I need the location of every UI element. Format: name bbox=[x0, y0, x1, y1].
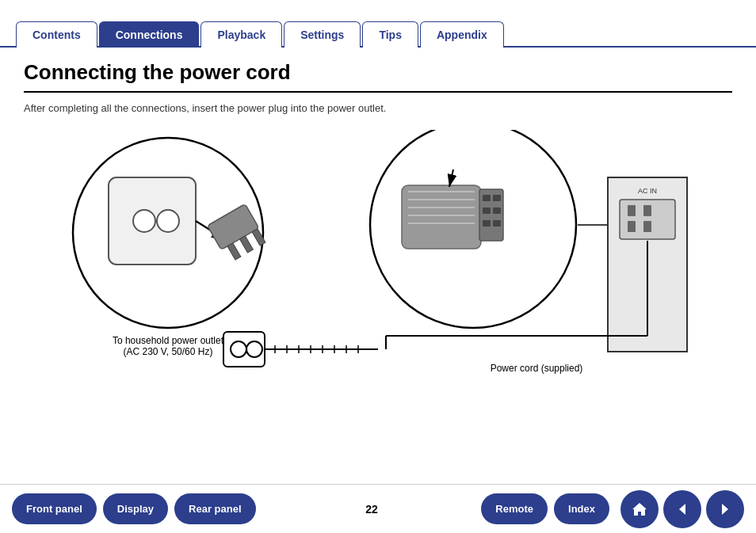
svg-rect-43 bbox=[628, 205, 636, 216]
front-panel-button[interactable]: Front panel bbox=[12, 493, 97, 524]
svg-rect-34 bbox=[493, 207, 501, 214]
remote-button[interactable]: Remote bbox=[481, 493, 548, 524]
main-content: Connecting the power cord After completi… bbox=[0, 48, 756, 391]
svg-text:(AC 230 V, 50/60 Hz): (AC 230 V, 50/60 Hz) bbox=[124, 346, 213, 357]
svg-rect-46 bbox=[643, 221, 651, 232]
tab-contents[interactable]: Contents bbox=[16, 21, 97, 48]
tab-connections[interactable]: Connections bbox=[99, 21, 200, 48]
page-title: Connecting the power cord bbox=[24, 60, 732, 93]
subtitle-text: After completing all the connections, in… bbox=[24, 102, 732, 114]
svg-rect-32 bbox=[493, 195, 501, 201]
page-number: 22 bbox=[262, 503, 482, 516]
home-button[interactable] bbox=[620, 490, 659, 528]
rear-panel-button[interactable]: Rear panel bbox=[174, 493, 255, 524]
svg-marker-52 bbox=[679, 504, 685, 515]
svg-point-3 bbox=[157, 210, 179, 232]
svg-rect-45 bbox=[628, 221, 636, 232]
svg-rect-24 bbox=[402, 185, 481, 249]
svg-text:Power cord (supplied): Power cord (supplied) bbox=[491, 363, 583, 374]
svg-rect-44 bbox=[643, 205, 651, 216]
diagram-area: To household power outlet (AC 230 V, 50/… bbox=[24, 130, 732, 383]
tab-appendix[interactable]: Appendix bbox=[420, 21, 504, 48]
display-button[interactable]: Display bbox=[103, 493, 168, 524]
index-button[interactable]: Index bbox=[554, 493, 609, 524]
tab-settings[interactable]: Settings bbox=[284, 21, 361, 48]
svg-rect-33 bbox=[483, 207, 491, 214]
tab-playback[interactable]: Playback bbox=[200, 21, 282, 48]
top-navigation: Contents Connections Playback Settings T… bbox=[0, 0, 756, 48]
svg-text:AC IN: AC IN bbox=[638, 187, 657, 195]
svg-rect-31 bbox=[483, 195, 491, 201]
svg-text:To household power outlet: To household power outlet bbox=[113, 335, 224, 346]
svg-point-12 bbox=[231, 341, 246, 357]
svg-marker-51 bbox=[632, 503, 647, 516]
svg-point-2 bbox=[133, 210, 155, 232]
forward-button[interactable] bbox=[706, 490, 744, 528]
svg-rect-36 bbox=[493, 220, 501, 227]
svg-rect-35 bbox=[483, 220, 491, 227]
tab-tips[interactable]: Tips bbox=[362, 21, 418, 48]
back-button[interactable] bbox=[663, 490, 701, 528]
svg-marker-53 bbox=[722, 504, 728, 515]
svg-point-13 bbox=[246, 341, 262, 357]
bottom-navigation: Front panel Display Rear panel 22 Remote… bbox=[0, 484, 756, 533]
